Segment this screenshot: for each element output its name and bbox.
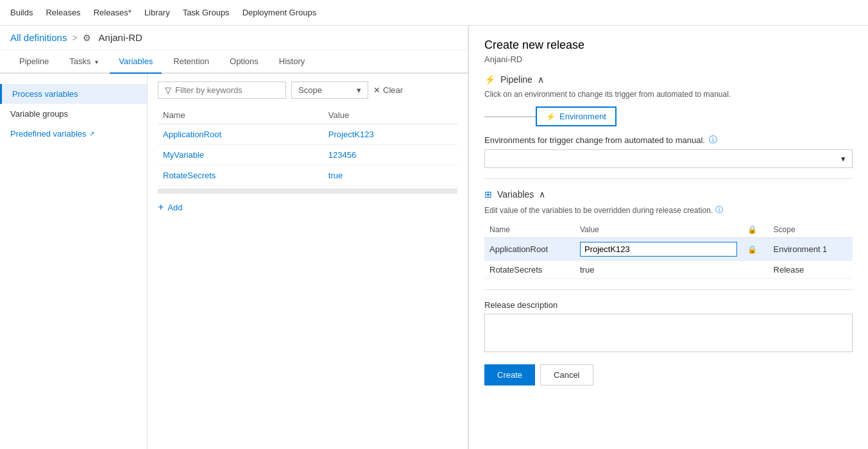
rv-col-name: Name <box>484 222 575 238</box>
pipeline-collapse-icon[interactable]: ∧ <box>538 74 544 85</box>
tab-variables[interactable]: Variables <box>110 50 162 74</box>
rv-lock-1: 🔒 <box>742 238 769 261</box>
scope-label: Scope <box>298 85 322 95</box>
panel-title: Create new release <box>484 38 853 52</box>
nav-builds[interactable]: Builds <box>10 8 33 17</box>
rv-col-value: Value <box>575 222 742 238</box>
pipeline-description: Click on an environment to change its tr… <box>484 90 853 99</box>
var-name-1: ApplicationRoot <box>158 124 323 145</box>
col-header-value: Value <box>323 106 457 124</box>
footer-buttons: Create Cancel <box>484 364 853 385</box>
rv-col-lock: 🔒 <box>742 222 769 238</box>
nav-task-groups[interactable]: Task Groups <box>183 8 230 17</box>
sidebar-item-variable-groups[interactable]: Variable groups <box>0 104 147 124</box>
tab-pipeline[interactable]: Pipeline <box>10 50 58 72</box>
release-description-textarea[interactable] <box>484 314 853 352</box>
release-variables-table: Name Value 🔒 Scope ApplicationRoot 🔒 <box>484 222 853 279</box>
var-value-3: true <box>323 165 457 186</box>
variables-section-label: Variables <box>497 189 534 199</box>
sidebar-item-process-variables[interactable]: Process variables <box>0 84 147 104</box>
rv-value-input-1[interactable] <box>580 242 737 257</box>
scroll-bar[interactable] <box>158 189 457 194</box>
rv-value-2: true <box>575 261 742 279</box>
rv-col-scope: Scope <box>769 222 853 238</box>
content-area: Process variables Variable groups Predef… <box>0 74 468 449</box>
sidebar-item-predefined-variables[interactable]: Predefined variables ↗ <box>0 124 147 144</box>
breadcrumb-all-definitions[interactable]: All definitions <box>10 32 67 43</box>
filter-input-container: ▽ <box>158 81 286 99</box>
rv-lock-2 <box>742 261 769 279</box>
var-name-3: RotateSecrets <box>158 165 323 186</box>
scope-select[interactable]: Scope ▾ <box>291 81 368 99</box>
panel-subtitle: Anjani-RD <box>484 55 853 64</box>
pipeline-line <box>484 116 536 117</box>
rv-value-1[interactable] <box>575 238 742 261</box>
lock-header-icon: 🔒 <box>747 225 757 234</box>
filter-row: ▽ Scope ▾ ✕ Clear <box>158 81 457 99</box>
variables-panel: ▽ Scope ▾ ✕ Clear <box>148 74 468 449</box>
lightning-icon: ⚡ <box>484 74 495 85</box>
external-link-icon: ↗ <box>89 130 94 137</box>
var-name-2: MyVariable <box>158 145 323 165</box>
info-icon[interactable]: ⓘ <box>709 134 717 146</box>
predefined-variables-link[interactable]: Predefined variables ↗ <box>10 129 137 139</box>
tab-options[interactable]: Options <box>221 50 268 72</box>
release-var-row-1: ApplicationRoot 🔒 Environment 1 <box>484 238 853 261</box>
table-row: ApplicationRoot ProjectK123 <box>158 124 457 145</box>
breadcrumb-separator: > <box>72 33 77 43</box>
nav-releases-star[interactable]: Releases* <box>94 8 132 17</box>
nav-library[interactable]: Library <box>144 8 170 17</box>
pipeline-section-header: ⚡ Pipeline ∧ <box>484 74 853 85</box>
pipeline-icon: ⚙ <box>83 33 91 43</box>
variables-table: Name Value ApplicationRoot ProjectK123 M… <box>158 106 457 186</box>
rv-scope-2: Release <box>769 261 853 279</box>
left-panel: All definitions > ⚙ Anjani-RD Pipeline T… <box>0 26 468 449</box>
tab-tasks[interactable]: Tasks ▾ <box>60 50 107 72</box>
filter-icon: ▽ <box>165 85 171 95</box>
add-label: Add <box>167 203 182 212</box>
vars-info-icon[interactable]: ⓘ <box>715 205 723 216</box>
clear-label: Clear <box>383 85 403 95</box>
pipeline-section-label: Pipeline <box>500 74 532 85</box>
section-divider-2 <box>484 289 853 290</box>
breadcrumb-current: Anjani-RD <box>99 32 142 43</box>
tab-bar: Pipeline Tasks ▾ Variables Retention Opt… <box>0 50 468 74</box>
var-value-2: 123456 <box>323 145 457 165</box>
table-row: MyVariable 123456 <box>158 145 457 165</box>
add-variable-button[interactable]: + Add <box>158 201 182 213</box>
scope-dropdown-arrow: ▾ <box>357 85 361 95</box>
lock-icon-1: 🔒 <box>747 245 757 254</box>
create-button[interactable]: Create <box>484 364 535 385</box>
pipeline-track: ⚡ Environment <box>484 106 853 126</box>
clear-button[interactable]: ✕ Clear <box>373 85 403 95</box>
tab-retention[interactable]: Retention <box>164 50 218 72</box>
env-trigger-dropdown[interactable]: ▾ <box>484 149 853 168</box>
rv-name-2: RotateSecrets <box>484 261 575 279</box>
rv-name-1: ApplicationRoot <box>484 238 575 261</box>
rv-scope-1: Environment 1 <box>769 238 853 261</box>
env-trigger-label: Environments for trigger change from aut… <box>484 134 853 146</box>
sidebar: Process variables Variable groups Predef… <box>0 74 148 449</box>
environment-button[interactable]: ⚡ Environment <box>536 106 617 126</box>
col-header-name: Name <box>158 106 323 124</box>
env-button-label: Environment <box>559 112 606 121</box>
main-area: All definitions > ⚙ Anjani-RD Pipeline T… <box>0 26 868 449</box>
variables-description: Edit value of the variables to be overri… <box>484 205 853 216</box>
right-panel: Create new release Anjani-RD ⚡ Pipeline … <box>468 26 868 449</box>
breadcrumb: All definitions > ⚙ Anjani-RD <box>0 26 468 50</box>
section-divider <box>484 178 853 179</box>
env-bolt-icon: ⚡ <box>546 112 556 121</box>
clear-x-icon: ✕ <box>373 85 380 95</box>
nav-releases[interactable]: Releases <box>46 8 80 17</box>
env-dropdown-arrow: ▾ <box>841 154 846 164</box>
nav-deployment-groups[interactable]: Deployment Groups <box>243 8 317 17</box>
variables-section-header: ⊞ Variables ∧ <box>484 189 853 199</box>
release-description-label: Release description <box>484 300 853 310</box>
tab-history[interactable]: History <box>270 50 314 72</box>
table-row: RotateSecrets true <box>158 165 457 186</box>
filter-keywords-input[interactable] <box>175 85 265 95</box>
tasks-dropdown-arrow: ▾ <box>95 58 98 65</box>
variables-collapse-icon[interactable]: ∧ <box>539 189 545 199</box>
cancel-button[interactable]: Cancel <box>540 364 593 385</box>
top-navigation: Builds Releases Releases* Library Task G… <box>0 0 868 26</box>
